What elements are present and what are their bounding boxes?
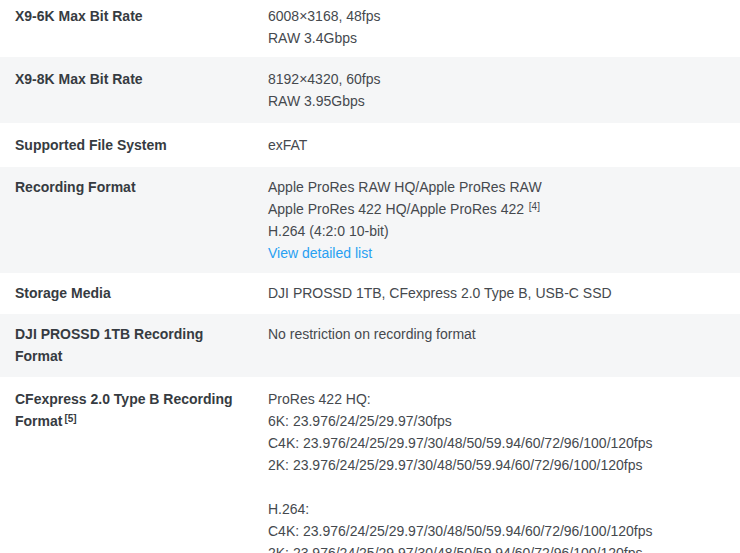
value-line: No restriction on recording format [268, 323, 725, 345]
value-line: RAW 3.95Gbps [268, 90, 725, 112]
value-line: 8192×4320, 60fps [268, 68, 725, 90]
spec-label: Recording Format [0, 176, 268, 264]
spec-table: X9-6K Max Bit Rate 6008×3168, 48fpsRAW 3… [0, 0, 740, 553]
specs-page: X9-6K Max Bit Rate 6008×3168, 48fpsRAW 3… [0, 0, 740, 553]
spec-values: 6008×3168, 48fpsRAW 3.4Gbps [268, 5, 740, 49]
value-line: 6008×3168, 48fps [268, 5, 725, 27]
spec-values: No restriction on recording format [268, 323, 740, 367]
spec-values: 8192×4320, 60fpsRAW 3.95Gbps [268, 68, 740, 112]
spec-values: exFAT [268, 134, 740, 156]
value-line [268, 476, 725, 498]
spec-row: Recording Format Apple ProRes RAW HQ/App… [0, 167, 740, 273]
value-line: exFAT [268, 134, 725, 156]
footnote-marker: [5] [64, 413, 76, 424]
spec-label: CFexpress 2.0 Type B Recording Format[5] [0, 388, 268, 553]
view-detailed-list-link[interactable]: View detailed list [268, 242, 725, 264]
value-line: ProRes 422 HQ: [268, 388, 725, 410]
value-line: Apple ProRes RAW HQ/Apple ProRes RAW [268, 176, 725, 198]
spec-row: DJI PROSSD 1TB Recording Format No restr… [0, 314, 740, 377]
spec-values: Apple ProRes RAW HQ/Apple ProRes RAWAppl… [268, 176, 740, 264]
spec-values: ProRes 422 HQ:6K: 23.976/24/25/29.97/30f… [268, 388, 740, 553]
value-line: Apple ProRes 422 HQ/Apple ProRes 422 [4] [268, 198, 725, 220]
spec-label: Supported File System [0, 134, 268, 156]
value-line: 6K: 23.976/24/25/29.97/30fps [268, 410, 725, 432]
spec-row: Storage Media DJI PROSSD 1TB, CFexpress … [0, 273, 740, 314]
value-line: RAW 3.4Gbps [268, 27, 725, 49]
value-line: 2K: 23.976/24/25/29.97/30/48/50/59.94/60… [268, 542, 725, 553]
spec-row: CFexpress 2.0 Type B Recording Format[5]… [0, 377, 740, 553]
spec-label: X9-6K Max Bit Rate [0, 5, 268, 49]
spec-label: DJI PROSSD 1TB Recording Format [0, 323, 268, 367]
spec-row: X9-8K Max Bit Rate 8192×4320, 60fpsRAW 3… [0, 57, 740, 123]
spec-values: DJI PROSSD 1TB, CFexpress 2.0 Type B, US… [268, 282, 740, 304]
value-line: H.264: [268, 498, 725, 520]
spec-row: X9-6K Max Bit Rate 6008×3168, 48fpsRAW 3… [0, 0, 740, 57]
value-line: C4K: 23.976/24/25/29.97/30/48/50/59.94/6… [268, 432, 725, 454]
value-line: 2K: 23.976/24/25/29.97/30/48/50/59.94/60… [268, 454, 725, 476]
footnote-marker: [4] [526, 201, 540, 212]
value-line: DJI PROSSD 1TB, CFexpress 2.0 Type B, US… [268, 282, 725, 304]
spec-label: Storage Media [0, 282, 268, 304]
spec-label: X9-8K Max Bit Rate [0, 68, 268, 112]
value-line: H.264 (4:2:0 10-bit) [268, 220, 725, 242]
value-line: C4K: 23.976/24/25/29.97/30/48/50/59.94/6… [268, 520, 725, 542]
spec-row: Supported File System exFAT [0, 123, 740, 167]
